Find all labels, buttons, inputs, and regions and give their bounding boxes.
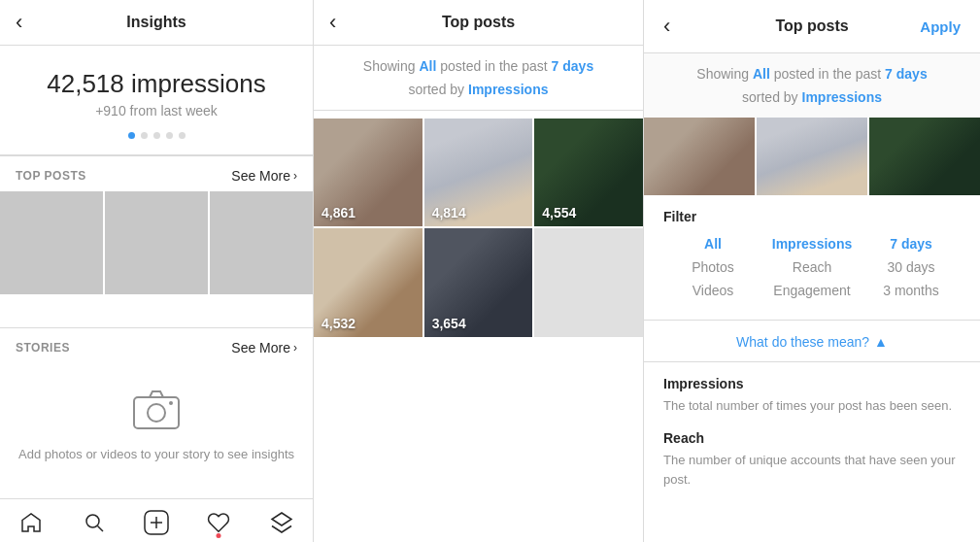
- filter-showing-days[interactable]: 7 days: [885, 66, 928, 82]
- stories-chevron-icon: ›: [293, 341, 297, 355]
- nav-add-button[interactable]: [143, 509, 170, 536]
- top-posts-see-more[interactable]: See More ›: [231, 168, 297, 184]
- nav-search-button[interactable]: [81, 509, 108, 536]
- top-posts-panel-header: ‹ Top posts: [314, 0, 643, 46]
- stories-label: STORIES: [16, 341, 70, 355]
- filter-reach[interactable]: Reach: [762, 259, 862, 275]
- dot-3[interactable]: [153, 132, 160, 139]
- showing-sorted-by: sorted by: [409, 82, 468, 97]
- dot-4[interactable]: [166, 132, 173, 139]
- showing-days[interactable]: 7 days: [552, 58, 594, 74]
- dot-1[interactable]: [128, 132, 135, 139]
- stories-empty-state: Add photos or videos to your story to se…: [0, 363, 313, 472]
- impressions-delta: +910 from last week: [16, 103, 297, 119]
- nav-home-button[interactable]: [17, 509, 45, 536]
- filter-videos[interactable]: Videos: [663, 283, 762, 298]
- definition-impressions: Impressions The total number of times yo…: [663, 376, 961, 416]
- top-posts-showing-text: Showing All posted in the past 7 dayssor…: [314, 46, 643, 111]
- post-count-1: 4,861: [321, 205, 355, 220]
- filter-engagement[interactable]: Engagement: [762, 283, 862, 298]
- top-posts-label: TOP POSTS: [16, 169, 86, 183]
- svg-marker-8: [272, 513, 291, 525]
- definitions-section: Impressions The total number of times yo…: [644, 362, 980, 519]
- showing-prefix: Showing: [363, 58, 420, 74]
- impressions-section: 42,518 impressions +910 from last week: [0, 46, 313, 155]
- apply-button[interactable]: Apply: [920, 18, 961, 35]
- filter-showing-all[interactable]: All: [753, 66, 770, 82]
- svg-point-3: [86, 515, 99, 527]
- heart-notification-dot: [217, 533, 221, 538]
- reach-def-title: Reach: [663, 430, 961, 446]
- stories-header: STORIES See More ›: [0, 328, 313, 363]
- panel3-thumb-1: [644, 118, 755, 195]
- insights-header: ‹ Insights: [0, 0, 313, 46]
- panel3-preview-images: [644, 118, 980, 195]
- filter-options: Filter All Impressions 7 days Photos Rea…: [644, 195, 980, 321]
- dot-2[interactable]: [141, 132, 148, 139]
- filter-panel-header: ‹ Top posts Apply: [644, 0, 980, 53]
- showing-middle: posted in the past: [436, 58, 551, 74]
- filter-30days[interactable]: 30 days: [862, 259, 961, 275]
- chevron-up-icon: ▲: [874, 334, 888, 350]
- top-posts-header: TOP POSTS See More ›: [0, 156, 313, 191]
- insights-panel: ‹ Insights 42,518 impressions +910 from …: [0, 0, 314, 542]
- post-thumb-1[interactable]: [0, 191, 103, 294]
- filter-label: Filter: [663, 209, 961, 224]
- showing-metric[interactable]: Impressions: [468, 82, 548, 97]
- filter-showing-prefix: Showing: [696, 66, 753, 82]
- insights-back-button[interactable]: ‹: [16, 10, 22, 35]
- filter-showing-metric[interactable]: Impressions: [802, 89, 882, 105]
- showing-all[interactable]: All: [419, 58, 436, 74]
- impressions-def-text: The total number of times your post has …: [663, 396, 961, 416]
- filter-back-button[interactable]: ‹: [663, 14, 670, 39]
- filter-7days[interactable]: 7 days: [862, 236, 961, 252]
- top-posts-section: TOP POSTS See More ›: [0, 155, 313, 327]
- post-cell-2[interactable]: 4,814: [424, 119, 533, 227]
- filter-panel: ‹ Top posts Apply Showing All posted in …: [644, 0, 980, 542]
- filter-row-1: All Impressions 7 days: [663, 236, 961, 252]
- filter-showing-sorted: sorted by: [742, 89, 801, 105]
- top-posts-back-button[interactable]: ‹: [329, 10, 336, 35]
- post-count-3: 4,554: [542, 205, 576, 220]
- reach-def-text: The number of unique accounts that have …: [663, 451, 961, 489]
- filter-photos[interactable]: Photos: [663, 259, 762, 275]
- svg-line-4: [97, 526, 103, 532]
- posts-grid: 4,861 4,814 4,554 4,532 3,654: [314, 111, 643, 337]
- impressions-def-title: Impressions: [663, 376, 961, 391]
- stories-section: STORIES See More › Add photos or videos …: [0, 327, 313, 499]
- filter-3months[interactable]: 3 months: [862, 283, 961, 298]
- camera-icon: [130, 383, 183, 435]
- top-posts-panel: ‹ Top posts Showing All posted in the pa…: [314, 0, 644, 542]
- post-cell-5[interactable]: 3,654: [424, 228, 533, 337]
- post-cell-3[interactable]: 4,554: [534, 119, 643, 227]
- nav-heart-button[interactable]: [205, 509, 232, 536]
- definition-reach: Reach The number of unique accounts that…: [663, 430, 961, 489]
- post-thumb-3[interactable]: [210, 191, 313, 294]
- filter-row-3: Videos Engagement 3 months: [663, 283, 961, 298]
- what-mean-text: What do these mean?: [736, 334, 869, 350]
- filter-all[interactable]: All: [663, 236, 762, 252]
- post-count-4: 4,532: [321, 316, 355, 331]
- svg-point-1: [148, 404, 165, 422]
- nav-layers-button[interactable]: [268, 509, 295, 536]
- stories-empty-text: Add photos or videos to your story to se…: [18, 445, 294, 464]
- post-cell-1[interactable]: 4,861: [314, 119, 422, 227]
- post-cell-6[interactable]: [534, 228, 643, 337]
- carousel-dots: [16, 132, 297, 139]
- chevron-right-icon: ›: [293, 169, 297, 183]
- panel3-thumb-2: [757, 118, 867, 195]
- post-thumb-2[interactable]: [105, 191, 208, 294]
- post-count-5: 3,654: [432, 316, 466, 331]
- post-cell-4[interactable]: 4,532: [314, 228, 422, 337]
- dot-5[interactable]: [179, 132, 186, 139]
- top-posts-panel-title: Top posts: [442, 14, 515, 31]
- what-mean-button[interactable]: What do these mean? ▲: [644, 321, 980, 362]
- filter-showing-middle: posted in the past: [770, 66, 885, 82]
- filter-impressions[interactable]: Impressions: [762, 236, 862, 252]
- top-posts-thumbnails: [0, 191, 313, 306]
- impressions-number: 42,518 impressions: [16, 69, 297, 99]
- bottom-navigation: [0, 498, 313, 542]
- insights-title: Insights: [126, 14, 186, 31]
- svg-point-2: [169, 401, 173, 405]
- stories-see-more[interactable]: See More ›: [231, 340, 297, 356]
